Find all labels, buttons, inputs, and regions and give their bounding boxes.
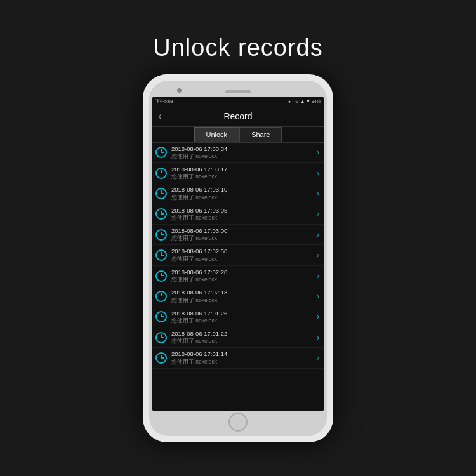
record-text: 2018-08-06 17:01:22 您使用了 nokelock <box>171 330 314 345</box>
phone-speaker <box>225 90 251 93</box>
record-datetime: 2018-08-06 17:03:10 <box>171 186 314 194</box>
record-datetime: 2018-08-06 17:01:26 <box>171 310 314 317</box>
record-text: 2018-08-06 17:03:34 您使用了 nokelock <box>171 145 314 160</box>
status-icons: ● ↑ ⊙ ▲ ▼ 94% <box>288 99 321 104</box>
chevron-right-icon: › <box>317 333 319 342</box>
record-datetime: 2018-08-06 17:02:58 <box>171 248 314 255</box>
record-datetime: 2018-08-06 17:01:14 <box>171 350 314 358</box>
chevron-right-icon: › <box>317 148 319 157</box>
chevron-right-icon: › <box>317 272 319 281</box>
tab-share[interactable]: Share <box>239 127 282 142</box>
record-item[interactable]: 2018-08-06 17:03:17 您使用了 nokelock › <box>152 163 324 183</box>
record-subtext: 您使用了 nokelock <box>171 317 314 324</box>
record-datetime: 2018-08-06 17:03:00 <box>171 227 314 235</box>
record-item[interactable]: 2018-08-06 17:02:13 您使用了 nokelock › <box>152 286 324 307</box>
record-item[interactable]: 2018-08-06 17:01:22 您使用了 nokelock › <box>152 327 324 348</box>
record-subtext: 您使用了 nokelock <box>171 338 314 345</box>
record-datetime: 2018-08-06 17:03:17 <box>171 166 314 173</box>
record-subtext: 您使用了 nokelock <box>171 256 314 263</box>
chevron-right-icon: › <box>317 292 319 301</box>
record-item[interactable]: 2018-08-06 17:03:05 您使用了 nokelock › <box>152 204 324 225</box>
record-subtext: 您使用了 nokelock <box>171 359 314 366</box>
status-bar: 下午5:08 ● ↑ ⊙ ▲ ▼ 94% <box>152 97 324 106</box>
header-title: Record <box>223 111 252 121</box>
record-item[interactable]: 2018-08-06 17:03:34 您使用了 nokelock › <box>152 143 324 163</box>
back-button[interactable]: ‹ <box>158 110 161 122</box>
record-text: 2018-08-06 17:03:00 您使用了 nokelock <box>171 227 314 242</box>
chevron-right-icon: › <box>317 169 319 178</box>
clock-icon <box>155 352 167 364</box>
record-subtext: 您使用了 nokelock <box>171 173 314 180</box>
phone-inner: 下午5:08 ● ↑ ⊙ ▲ ▼ 94% ‹ Record Unlock Sha… <box>149 81 327 436</box>
record-text: 2018-08-06 17:03:17 您使用了 nokelock <box>171 166 314 180</box>
chevron-right-icon: › <box>317 312 319 321</box>
clock-icon <box>155 208 167 220</box>
phone-screen: 下午5:08 ● ↑ ⊙ ▲ ▼ 94% ‹ Record Unlock Sha… <box>152 97 324 411</box>
clock-icon <box>155 229 167 241</box>
status-time: 下午5:08 <box>155 98 173 105</box>
record-text: 2018-08-06 17:03:05 您使用了 nokelock <box>171 207 314 221</box>
record-datetime: 2018-08-06 17:02:28 <box>171 268 314 276</box>
record-datetime: 2018-08-06 17:03:34 <box>171 145 314 153</box>
record-subtext: 您使用了 nokelock <box>171 153 314 160</box>
record-item[interactable]: 2018-08-06 17:01:14 您使用了 nokelock › <box>152 348 324 368</box>
phone-bottom <box>152 411 324 433</box>
phone-top-bar <box>152 83 324 97</box>
record-subtext: 您使用了 nokelock <box>171 194 314 201</box>
page-title: Unlock records <box>153 34 322 62</box>
record-subtext: 您使用了 nokelock <box>171 297 314 304</box>
clock-icon <box>155 311 167 322</box>
home-button[interactable] <box>228 413 248 432</box>
clock-icon <box>155 147 167 158</box>
phone-device: 下午5:08 ● ↑ ⊙ ▲ ▼ 94% ‹ Record Unlock Sha… <box>143 74 333 442</box>
record-item[interactable]: 2018-08-06 17:01:26 您使用了 nokelock › <box>152 307 324 327</box>
record-subtext: 您使用了 nokelock <box>171 215 314 221</box>
record-text: 2018-08-06 17:01:26 您使用了 nokelock <box>171 310 314 324</box>
clock-icon <box>155 168 167 179</box>
record-item[interactable]: 2018-08-06 17:03:00 您使用了 nokelock › <box>152 225 324 245</box>
clock-icon <box>155 270 167 282</box>
record-subtext: 您使用了 nokelock <box>171 235 314 242</box>
chevron-right-icon: › <box>317 189 319 198</box>
record-text: 2018-08-06 17:02:58 您使用了 nokelock <box>171 248 314 262</box>
record-text: 2018-08-06 17:03:10 您使用了 nokelock <box>171 186 314 201</box>
record-item[interactable]: 2018-08-06 17:02:28 您使用了 nokelock › <box>152 266 324 286</box>
chevron-right-icon: › <box>317 230 319 239</box>
app-header: ‹ Record <box>152 106 324 127</box>
clock-icon <box>155 291 167 302</box>
record-datetime: 2018-08-06 17:02:13 <box>171 289 314 296</box>
chevron-right-icon: › <box>317 354 319 362</box>
chevron-right-icon: › <box>317 209 319 218</box>
record-datetime: 2018-08-06 17:03:05 <box>171 207 314 215</box>
tab-row: Unlock Share <box>152 127 324 143</box>
record-text: 2018-08-06 17:02:28 您使用了 nokelock <box>171 268 314 283</box>
clock-icon <box>155 332 167 343</box>
record-item[interactable]: 2018-08-06 17:02:58 您使用了 nokelock › <box>152 245 324 265</box>
tab-unlock[interactable]: Unlock <box>194 127 240 142</box>
record-subtext: 您使用了 nokelock <box>171 276 314 283</box>
clock-icon <box>155 188 167 199</box>
record-datetime: 2018-08-06 17:01:22 <box>171 330 314 338</box>
phone-camera <box>177 88 182 93</box>
clock-icon <box>155 249 167 261</box>
records-list: 2018-08-06 17:03:34 您使用了 nokelock › 2018… <box>152 143 324 411</box>
chevron-right-icon: › <box>317 251 319 260</box>
record-text: 2018-08-06 17:01:14 您使用了 nokelock <box>171 350 314 365</box>
record-item[interactable]: 2018-08-06 17:03:10 您使用了 nokelock › <box>152 183 324 204</box>
record-text: 2018-08-06 17:02:13 您使用了 nokelock <box>171 289 314 303</box>
